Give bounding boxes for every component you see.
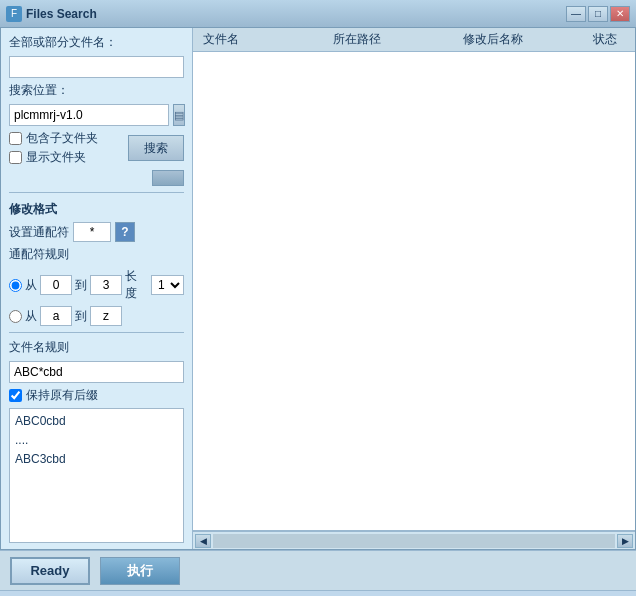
to-label-2: 到 [75,308,87,325]
close-button[interactable]: ✕ [610,6,630,22]
action-bar: Ready 执行 [0,550,636,590]
search-button[interactable]: 搜索 [128,135,184,161]
to-value-2-input[interactable] [90,306,122,326]
help-button[interactable]: ? [115,222,135,242]
search-location-row: ▤ [9,104,184,126]
divider-1 [9,192,184,193]
from-value-2-input[interactable] [40,306,72,326]
show-folder-checkbox[interactable] [9,151,22,164]
scroll-track[interactable] [213,534,615,548]
from-label-2: 从 [25,308,37,325]
status-bar: 当前:2020-08-13 11:19:57 中国企查商务网 Count:0 [0,590,636,596]
show-folder-row[interactable]: 显示文件夹 [9,149,124,166]
col-header-newname: 修改后名称 [459,31,589,48]
keep-suffix-checkbox[interactable] [9,389,22,402]
search-location-label: 搜索位置： [9,82,184,99]
wildcard-input[interactable] [73,222,111,242]
col-header-path: 所在路径 [329,31,459,48]
app-icon-label: F [11,8,17,19]
col-header-status: 状态 [589,31,629,48]
filename-rule-label: 文件名规则 [9,339,184,356]
modify-format-title: 修改格式 [9,201,184,218]
main-area: 全部或部分文件名： 搜索位置： ▤ 包含子文件夹 显示文件夹 搜索 [0,28,636,550]
divider-2 [9,332,184,333]
wildcard-radio-2[interactable] [9,310,22,323]
table-header: 文件名 所在路径 修改后名称 状态 [193,28,635,52]
execute-button[interactable]: 执行 [100,557,180,585]
scroll-left-arrow[interactable]: ◀ [195,534,211,548]
filename-search-label: 全部或部分文件名： [9,34,184,51]
preview-area: ABC0cbd....ABC3cbd [9,408,184,543]
table-body [193,52,635,531]
scroll-right-arrow[interactable]: ▶ [617,534,633,548]
toggle-control[interactable] [152,170,184,186]
col-header-filename: 文件名 [199,31,329,48]
filename-search-input[interactable] [9,56,184,78]
horizontal-scrollbar[interactable]: ◀ ▶ [193,531,635,549]
to-label-1: 到 [75,277,87,294]
left-panel: 全部或部分文件名： 搜索位置： ▤ 包含子文件夹 显示文件夹 搜索 [1,28,193,549]
options-row: 包含子文件夹 显示文件夹 搜索 [9,130,184,166]
app-icon: F [6,6,22,22]
wildcard-radio-1[interactable] [9,279,22,292]
wildcard-rule-label: 通配符规则 [9,246,184,263]
length-dropdown[interactable]: 123 [151,275,184,295]
keep-suffix-row[interactable]: 保持原有后缀 [9,387,184,404]
window-title: Files Search [26,7,566,21]
keep-suffix-label: 保持原有后缀 [26,387,98,404]
browse-button[interactable]: ▤ [173,104,185,126]
from-label-1: 从 [25,277,37,294]
to-value-1-input[interactable] [90,275,122,295]
window-controls: — □ ✕ [566,6,630,22]
filename-rule-input[interactable] [9,361,184,383]
toggle-row [9,170,184,186]
wildcard-setting-row: 设置通配符 ? [9,222,184,242]
wildcard-row-1: 从 到 长度 123 [9,268,184,302]
ready-button[interactable]: Ready [10,557,90,585]
wildcard-row-2: 从 到 [9,306,184,326]
search-location-input[interactable] [9,104,169,126]
browse-icon: ▤ [174,109,184,122]
minimize-button[interactable]: — [566,6,586,22]
from-value-1-input[interactable] [40,275,72,295]
preview-line: ABC0cbd [15,412,178,431]
title-bar: F Files Search — □ ✕ [0,0,636,28]
preview-line: .... [15,431,178,450]
include-subfolder-label: 包含子文件夹 [26,130,98,147]
length-label: 长度 [125,268,148,302]
maximize-button[interactable]: □ [588,6,608,22]
show-folder-label: 显示文件夹 [26,149,86,166]
preview-line: ABC3cbd [15,450,178,469]
wildcard-setting-label: 设置通配符 [9,224,69,241]
include-subfolder-row[interactable]: 包含子文件夹 [9,130,124,147]
right-panel: 文件名 所在路径 修改后名称 状态 ◀ ▶ [193,28,635,549]
include-subfolder-checkbox[interactable] [9,132,22,145]
